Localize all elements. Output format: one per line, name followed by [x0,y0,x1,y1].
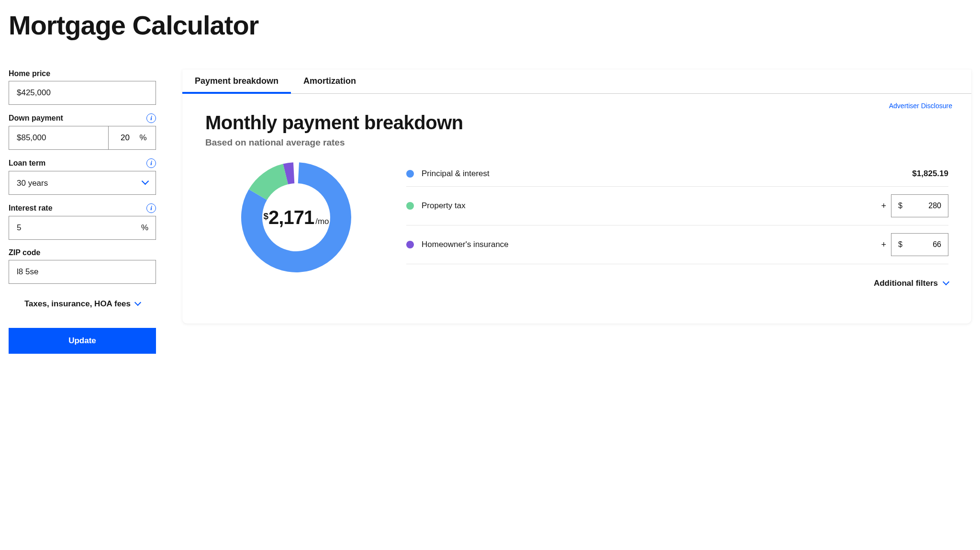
legend-list: Principal & interest $1,825.19 Property … [406,161,948,288]
chevron-down-icon [944,279,948,288]
legend-label: Principal & interest [422,169,912,179]
zip-label: ZIP code [9,248,40,257]
loan-term-select[interactable]: 30 years [9,171,156,195]
down-payment-pct-box: % [108,126,156,150]
legend-label: Property tax [422,201,881,211]
property-tax-input[interactable] [907,202,948,210]
currency-symbol: $ [891,240,907,249]
legend-value: $1,825.19 [912,169,948,179]
dot-icon [406,170,414,178]
total-currency: $ [263,211,268,222]
plus-icon: + [881,201,886,211]
donut-chart: $ 2,171 /mo [240,161,352,273]
down-payment-input[interactable] [9,126,108,150]
tax-input-box: $ [891,194,948,217]
update-button[interactable]: Update [9,328,156,354]
info-icon[interactable]: i [146,113,156,123]
taxes-insurance-label: Taxes, insurance, HOA fees [24,299,131,309]
info-icon[interactable]: i [146,158,156,168]
breakdown-subtitle: Based on national average rates [205,137,948,148]
dot-icon [406,202,414,210]
tab-payment-breakdown[interactable]: Payment breakdown [182,69,291,93]
down-payment-pct-input[interactable] [117,133,133,143]
chevron-down-icon [135,299,140,309]
down-payment-label: Down payment [9,114,63,123]
interest-rate-label: Interest rate [9,204,53,213]
insurance-input-box: $ [891,233,948,256]
currency-symbol: $ [891,202,907,210]
total-amount: 2,171 [268,207,314,228]
additional-filters-label: Additional filters [874,279,938,288]
results-panel: Payment breakdown Amortization Advertise… [182,69,971,324]
zip-input[interactable] [9,260,156,284]
pct-suffix: % [139,133,146,143]
tab-amortization[interactable]: Amortization [291,69,368,93]
calculator-form: Home price Down payment i % Loan term i [9,69,156,354]
home-price-label: Home price [9,69,50,78]
advertiser-disclosure-link[interactable]: Advertiser Disclosure [889,102,952,110]
loan-term-label: Loan term [9,159,45,168]
taxes-insurance-expand[interactable]: Taxes, insurance, HOA fees [9,299,156,309]
info-icon[interactable]: i [146,203,156,213]
breakdown-title: Monthly payment breakdown [205,112,948,134]
legend-row-insurance: Homeowner's insurance + $ [406,225,948,264]
page-title: Mortgage Calculator [9,10,971,41]
legend-row-tax: Property tax + $ [406,187,948,225]
total-suffix: /mo [315,217,329,226]
additional-filters-toggle[interactable]: Additional filters [406,279,948,288]
plus-icon: + [881,240,886,250]
dot-icon [406,241,414,248]
legend-row-principal: Principal & interest $1,825.19 [406,161,948,187]
insurance-input[interactable] [907,240,948,249]
legend-label: Homeowner's insurance [422,240,881,249]
interest-rate-input[interactable] [9,216,156,240]
tabs: Payment breakdown Amortization [182,69,971,94]
home-price-input[interactable] [9,81,156,105]
